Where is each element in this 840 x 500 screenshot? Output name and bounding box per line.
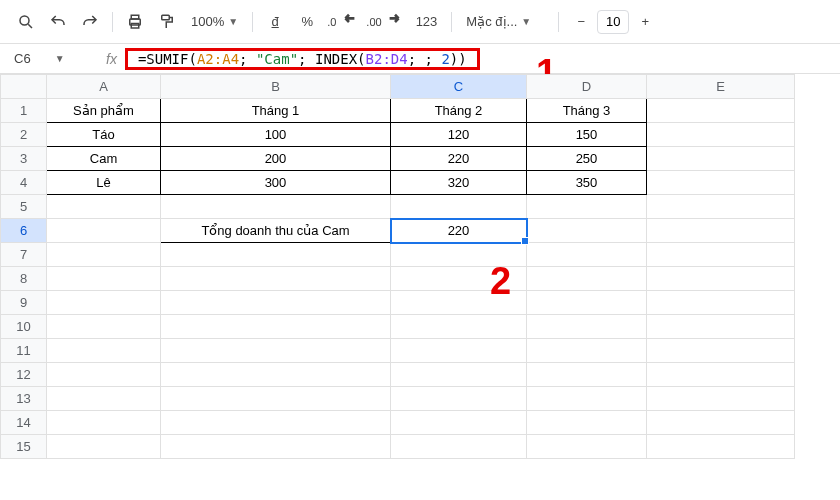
cell[interactable]: Cam (47, 147, 161, 171)
cell[interactable] (647, 291, 795, 315)
cell[interactable] (47, 411, 161, 435)
cell[interactable] (527, 363, 647, 387)
row-header-9[interactable]: 9 (1, 291, 47, 315)
cell[interactable] (647, 123, 795, 147)
col-header-A[interactable]: A (47, 75, 161, 99)
cell[interactable]: Lê (47, 171, 161, 195)
search-icon[interactable] (12, 8, 40, 36)
row-header-10[interactable]: 10 (1, 315, 47, 339)
cell-summary-label[interactable]: Tổng doanh thu của Cam (161, 219, 391, 243)
cell[interactable] (391, 195, 527, 219)
row-header-13[interactable]: 13 (1, 387, 47, 411)
paint-format-icon[interactable] (153, 8, 181, 36)
col-header-C[interactable]: C (391, 75, 527, 99)
percent-button[interactable]: % (293, 8, 321, 36)
cell[interactable] (47, 291, 161, 315)
cell[interactable] (527, 315, 647, 339)
cell[interactable] (647, 147, 795, 171)
cell[interactable] (647, 99, 795, 123)
cell[interactable] (47, 363, 161, 387)
font-dropdown[interactable]: Mặc đị...▼ (460, 8, 550, 36)
cell[interactable] (47, 243, 161, 267)
cell[interactable]: Táo (47, 123, 161, 147)
cell[interactable]: 100 (161, 123, 391, 147)
cell[interactable]: 120 (391, 123, 527, 147)
cell[interactable] (647, 435, 795, 459)
row-header-12[interactable]: 12 (1, 363, 47, 387)
undo-icon[interactable] (44, 8, 72, 36)
cell[interactable] (647, 339, 795, 363)
col-header-D[interactable]: D (527, 75, 647, 99)
increase-font-button[interactable]: + (631, 8, 659, 36)
cell[interactable]: Tháng 2 (391, 99, 527, 123)
cell[interactable] (647, 267, 795, 291)
redo-icon[interactable] (76, 8, 104, 36)
cell[interactable] (527, 339, 647, 363)
row-header-14[interactable]: 14 (1, 411, 47, 435)
row-header-7[interactable]: 7 (1, 243, 47, 267)
col-header-E[interactable]: E (647, 75, 795, 99)
cell[interactable]: Tháng 3 (527, 99, 647, 123)
cell[interactable] (647, 195, 795, 219)
cell[interactable] (647, 363, 795, 387)
cell[interactable]: 320 (391, 171, 527, 195)
cell[interactable] (527, 195, 647, 219)
cell[interactable] (161, 339, 391, 363)
cell[interactable] (161, 387, 391, 411)
cell[interactable] (527, 267, 647, 291)
cell[interactable] (47, 219, 161, 243)
cell[interactable] (647, 411, 795, 435)
row-header-4[interactable]: 4 (1, 171, 47, 195)
cell[interactable] (47, 315, 161, 339)
cell[interactable] (391, 435, 527, 459)
row-header-11[interactable]: 11 (1, 339, 47, 363)
cell[interactable] (47, 435, 161, 459)
row-header-2[interactable]: 2 (1, 123, 47, 147)
row-header-1[interactable]: 1 (1, 99, 47, 123)
name-box[interactable]: C6 ▼ (8, 51, 98, 66)
row-header-5[interactable]: 5 (1, 195, 47, 219)
cell[interactable] (161, 267, 391, 291)
cell[interactable]: Sản phẩm (47, 99, 161, 123)
cell[interactable]: 200 (161, 147, 391, 171)
row-header-3[interactable]: 3 (1, 147, 47, 171)
cell[interactable] (161, 195, 391, 219)
cell[interactable] (527, 435, 647, 459)
col-header-B[interactable]: B (161, 75, 391, 99)
cell[interactable] (527, 291, 647, 315)
cell[interactable] (47, 387, 161, 411)
row-header-15[interactable]: 15 (1, 435, 47, 459)
cell[interactable] (47, 339, 161, 363)
cell[interactable] (391, 315, 527, 339)
cell[interactable] (161, 243, 391, 267)
cell[interactable] (47, 195, 161, 219)
cell[interactable] (161, 315, 391, 339)
cell[interactable] (647, 315, 795, 339)
cell[interactable] (161, 291, 391, 315)
cell[interactable] (391, 363, 527, 387)
decrease-font-button[interactable]: − (567, 8, 595, 36)
decrease-decimal-button[interactable]: .0 (325, 8, 360, 36)
increase-decimal-button[interactable]: .00 (364, 8, 405, 36)
row-header-6[interactable]: 6 (1, 219, 47, 243)
cell[interactable] (647, 219, 795, 243)
number-format-button[interactable]: 123 (410, 8, 444, 36)
cell[interactable] (527, 219, 647, 243)
font-size-input[interactable] (597, 10, 629, 34)
cell[interactable] (527, 387, 647, 411)
cell[interactable] (391, 387, 527, 411)
cell[interactable] (527, 243, 647, 267)
cell[interactable] (161, 435, 391, 459)
cell[interactable] (47, 267, 161, 291)
cell[interactable]: 300 (161, 171, 391, 195)
zoom-dropdown[interactable]: 100%▼ (185, 8, 244, 36)
cell[interactable]: 150 (527, 123, 647, 147)
cell[interactable] (647, 243, 795, 267)
cell[interactable] (391, 339, 527, 363)
cell[interactable] (527, 411, 647, 435)
cell[interactable] (161, 411, 391, 435)
print-icon[interactable] (121, 8, 149, 36)
cell[interactable] (647, 387, 795, 411)
cell[interactable]: Tháng 1 (161, 99, 391, 123)
cell[interactable]: 220 (391, 147, 527, 171)
